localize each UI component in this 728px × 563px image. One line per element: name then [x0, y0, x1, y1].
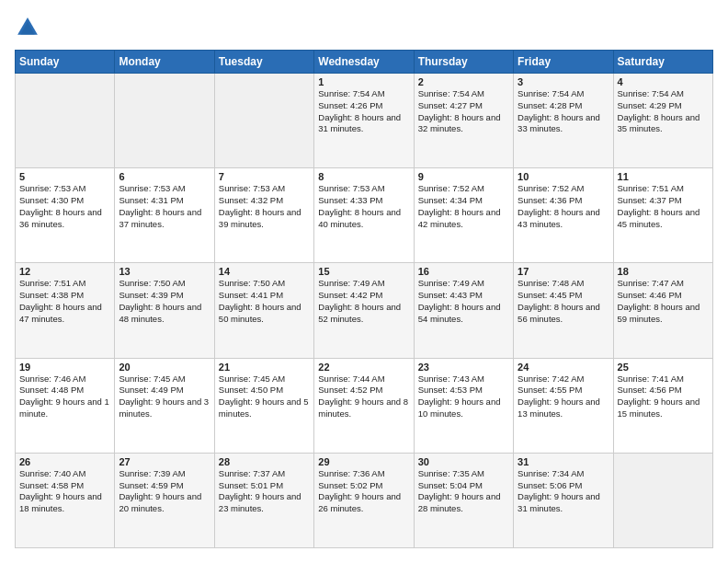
day-info: Daylight: 8 hours and 42 minutes.: [418, 207, 509, 231]
day-number: 8: [318, 171, 409, 182]
day-info: Sunrise: 7:48 AM: [518, 278, 609, 290]
day-info: Daylight: 8 hours and 47 minutes.: [19, 302, 110, 326]
day-info: Sunset: 4:55 PM: [518, 385, 609, 396]
day-info: Sunrise: 7:46 AM: [19, 373, 110, 385]
day-info: Daylight: 8 hours and 35 minutes.: [618, 112, 709, 136]
day-info: Sunrise: 7:51 AM: [19, 278, 110, 290]
day-number: 22: [318, 362, 409, 373]
day-number: 19: [19, 362, 110, 373]
weekday-header-thursday: Thursday: [414, 51, 513, 74]
day-number: 6: [119, 171, 210, 182]
day-info: Sunset: 4:34 PM: [418, 195, 509, 207]
day-number: 2: [418, 76, 509, 87]
weekday-header-friday: Friday: [514, 51, 613, 74]
calendar-cell: 19Sunrise: 7:46 AMSunset: 4:48 PMDayligh…: [16, 358, 115, 453]
day-info: Sunrise: 7:35 AM: [418, 468, 509, 480]
day-info: Sunrise: 7:44 AM: [318, 373, 409, 385]
day-info: Sunset: 4:45 PM: [518, 290, 609, 302]
weekday-header-wednesday: Wednesday: [314, 51, 414, 74]
calendar-cell: [214, 74, 313, 168]
day-info: Daylight: 9 hours and 15 minutes.: [618, 396, 709, 420]
calendar-cell: 3Sunrise: 7:54 AMSunset: 4:28 PMDaylight…: [514, 74, 613, 168]
day-number: 12: [19, 266, 110, 277]
day-info: Daylight: 8 hours and 54 minutes.: [418, 302, 509, 326]
day-info: Sunrise: 7:53 AM: [318, 183, 409, 195]
day-info: Sunrise: 7:53 AM: [19, 183, 110, 195]
day-number: 10: [518, 171, 609, 182]
weekday-header-tuesday: Tuesday: [214, 51, 313, 74]
day-info: Sunset: 4:26 PM: [318, 100, 409, 112]
day-info: Sunset: 5:06 PM: [518, 480, 609, 492]
calendar-cell: 15Sunrise: 7:49 AMSunset: 4:42 PMDayligh…: [314, 263, 414, 358]
day-info: Sunset: 4:49 PM: [119, 385, 210, 396]
calendar-cell: 22Sunrise: 7:44 AMSunset: 4:52 PMDayligh…: [314, 358, 414, 453]
day-info: Daylight: 9 hours and 10 minutes.: [418, 396, 509, 420]
day-info: Sunrise: 7:54 AM: [518, 88, 609, 100]
calendar-cell: 24Sunrise: 7:42 AMSunset: 4:55 PMDayligh…: [514, 358, 613, 453]
day-info: Sunrise: 7:50 AM: [119, 278, 210, 290]
day-info: Sunrise: 7:54 AM: [318, 88, 409, 100]
day-info: Daylight: 8 hours and 36 minutes.: [19, 207, 110, 231]
calendar-cell: 11Sunrise: 7:51 AMSunset: 4:37 PMDayligh…: [613, 168, 712, 263]
day-info: Sunrise: 7:45 AM: [219, 373, 310, 385]
day-info: Daylight: 9 hours and 26 minutes.: [318, 491, 409, 515]
day-info: Daylight: 8 hours and 45 minutes.: [618, 207, 709, 231]
day-info: Sunset: 4:43 PM: [418, 290, 509, 302]
day-info: Sunset: 4:56 PM: [618, 385, 709, 396]
day-number: 29: [318, 456, 409, 467]
day-info: Sunset: 4:32 PM: [219, 195, 310, 207]
day-number: 24: [518, 362, 609, 373]
day-info: Sunrise: 7:49 AM: [418, 278, 509, 290]
day-info: Daylight: 8 hours and 33 minutes.: [518, 112, 609, 136]
day-number: 16: [418, 266, 509, 277]
day-number: 1: [318, 76, 409, 87]
day-number: 17: [518, 266, 609, 277]
calendar-cell: 12Sunrise: 7:51 AMSunset: 4:38 PMDayligh…: [16, 263, 115, 358]
day-info: Daylight: 9 hours and 1 minute.: [19, 396, 110, 420]
day-info: Sunset: 5:01 PM: [219, 480, 310, 492]
day-info: Sunrise: 7:52 AM: [518, 183, 609, 195]
day-info: Daylight: 8 hours and 32 minutes.: [418, 112, 509, 136]
day-info: Daylight: 8 hours and 37 minutes.: [119, 207, 210, 231]
day-info: Sunset: 4:37 PM: [618, 195, 709, 207]
calendar-cell: 10Sunrise: 7:52 AMSunset: 4:36 PMDayligh…: [514, 168, 613, 263]
day-info: Daylight: 9 hours and 3 minutes.: [119, 396, 210, 420]
day-number: 7: [219, 171, 310, 182]
calendar-cell: 1Sunrise: 7:54 AMSunset: 4:26 PMDaylight…: [314, 74, 414, 168]
day-info: Daylight: 9 hours and 8 minutes.: [318, 396, 409, 420]
day-number: 11: [618, 171, 709, 182]
day-number: 31: [518, 456, 609, 467]
calendar-cell: 9Sunrise: 7:52 AMSunset: 4:34 PMDaylight…: [414, 168, 513, 263]
day-info: Sunset: 4:53 PM: [418, 385, 509, 396]
logo-icon: [15, 15, 40, 40]
day-info: Sunrise: 7:49 AM: [318, 278, 409, 290]
day-number: 14: [219, 266, 310, 277]
day-number: 13: [119, 266, 210, 277]
calendar-cell: 23Sunrise: 7:43 AMSunset: 4:53 PMDayligh…: [414, 358, 513, 453]
day-info: Daylight: 8 hours and 43 minutes.: [518, 207, 609, 231]
day-info: Daylight: 8 hours and 59 minutes.: [618, 302, 709, 326]
day-info: Daylight: 8 hours and 39 minutes.: [219, 207, 310, 231]
calendar-cell: 7Sunrise: 7:53 AMSunset: 4:32 PMDaylight…: [214, 168, 313, 263]
logo: [15, 15, 44, 40]
calendar-cell: 18Sunrise: 7:47 AMSunset: 4:46 PMDayligh…: [613, 263, 712, 358]
calendar-cell: 31Sunrise: 7:34 AMSunset: 5:06 PMDayligh…: [514, 453, 613, 547]
day-info: Sunset: 4:42 PM: [318, 290, 409, 302]
calendar-cell: 14Sunrise: 7:50 AMSunset: 4:41 PMDayligh…: [214, 263, 313, 358]
calendar-cell: 13Sunrise: 7:50 AMSunset: 4:39 PMDayligh…: [115, 263, 214, 358]
day-number: 20: [119, 362, 210, 373]
day-info: Sunset: 4:48 PM: [19, 385, 110, 396]
day-info: Sunrise: 7:39 AM: [119, 468, 210, 480]
calendar-cell: 5Sunrise: 7:53 AMSunset: 4:30 PMDaylight…: [16, 168, 115, 263]
day-info: Sunrise: 7:52 AM: [418, 183, 509, 195]
day-info: Sunrise: 7:51 AM: [618, 183, 709, 195]
day-number: 27: [119, 456, 210, 467]
calendar-cell: 25Sunrise: 7:41 AMSunset: 4:56 PMDayligh…: [613, 358, 712, 453]
day-number: 9: [418, 171, 509, 182]
day-info: Daylight: 9 hours and 13 minutes.: [518, 396, 609, 420]
calendar-cell: 28Sunrise: 7:37 AMSunset: 5:01 PMDayligh…: [214, 453, 313, 547]
day-info: Sunset: 4:33 PM: [318, 195, 409, 207]
day-info: Sunset: 4:38 PM: [19, 290, 110, 302]
calendar-cell: 21Sunrise: 7:45 AMSunset: 4:50 PMDayligh…: [214, 358, 313, 453]
day-number: 15: [318, 266, 409, 277]
